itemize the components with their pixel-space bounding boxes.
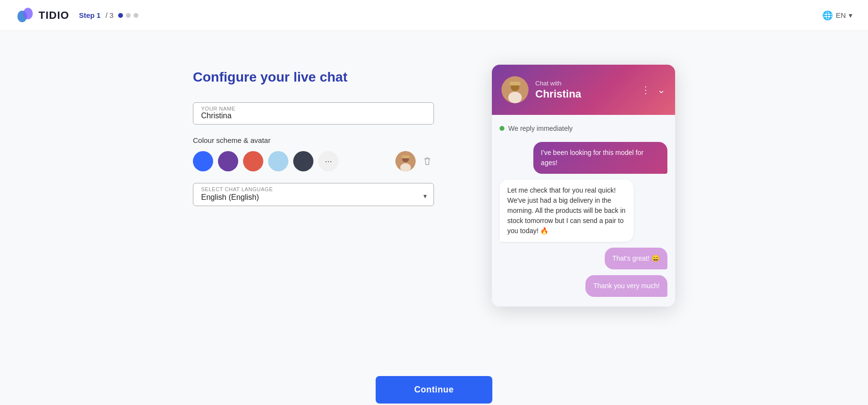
chat-agent-info: Chat with Christina	[535, 80, 581, 100]
color-swatch-dark[interactable]	[293, 151, 313, 171]
avatar-upload[interactable]	[395, 151, 416, 171]
header: TIDIO Step 1 / 3 🌐 EN ▾	[0, 0, 868, 31]
logo-text: TIDIO	[39, 9, 69, 22]
chat-with-label: Chat with	[535, 80, 581, 87]
logo: TIDIO	[15, 6, 69, 25]
language-select[interactable]: English (English) Spanish (Español) Fren…	[201, 193, 426, 201]
tidio-logo-icon	[15, 6, 35, 25]
color-swatch-purple[interactable]	[218, 151, 238, 171]
chat-preview: Chat with Christina ⋮ ⌄ We reply immedia…	[492, 65, 675, 307]
dot-2	[126, 13, 131, 18]
language-select-label: Select chat language	[201, 186, 273, 192]
step-dots	[118, 13, 138, 18]
step-label: Step 1	[79, 11, 101, 19]
colour-avatar-row: ···	[193, 151, 434, 171]
message-4-text: Thank you very much!	[593, 282, 660, 290]
more-options-icon[interactable]: ⋮	[641, 84, 651, 96]
dot-3	[134, 13, 138, 18]
message-2: Let me check that for you real quick! We…	[500, 180, 634, 242]
language-label: EN	[836, 11, 846, 19]
page-title: Configure your live chat	[193, 70, 434, 85]
main-content: Configure your live chat Your name Colou…	[0, 31, 868, 366]
step-indicator: Step 1 / 3	[79, 11, 139, 19]
chat-avatar-svg	[502, 76, 529, 103]
language-selector[interactable]: 🌐 EN ▾	[822, 10, 853, 21]
chat-body: We reply immediately I've been looking f…	[492, 115, 675, 307]
language-select-wrapper: Select chat language English (English) S…	[193, 183, 434, 206]
continue-button[interactable]: Continue	[376, 376, 492, 404]
message-1-text: I've been looking for this model for age…	[541, 149, 644, 167]
step-total: / 3	[106, 11, 114, 19]
message-2-text: Let me check that for you real quick! We…	[507, 186, 625, 235]
colour-section-label: Colour scheme & avatar	[193, 136, 434, 144]
message-4: Thank you very much!	[585, 275, 667, 297]
name-input[interactable]	[201, 112, 426, 120]
left-panel: Configure your live chat Your name Colou…	[193, 60, 434, 218]
globe-icon: 🌐	[822, 10, 833, 21]
message-3-text: That's great! 😄	[612, 254, 660, 262]
avatar-image	[395, 151, 416, 171]
color-swatch-blue[interactable]	[193, 151, 213, 171]
header-left: TIDIO Step 1 / 3	[15, 6, 138, 25]
reply-status: We reply immediately	[500, 125, 667, 132]
chevron-down-icon: ▾	[849, 11, 853, 20]
chat-preview-panel: Chat with Christina ⋮ ⌄ We reply immedia…	[492, 65, 675, 307]
svg-rect-12	[510, 82, 520, 85]
language-form-group: Select chat language English (English) S…	[193, 183, 434, 206]
color-swatch-coral[interactable]	[243, 151, 263, 171]
colour-section: Colour scheme & avatar ···	[193, 136, 434, 171]
message-1: I've been looking for this model for age…	[533, 142, 667, 174]
dot-1	[118, 13, 123, 18]
more-colors-button[interactable]: ···	[318, 151, 339, 171]
online-status-dot	[500, 126, 504, 131]
name-field-label: Your name	[201, 106, 235, 112]
trash-icon	[422, 156, 432, 166]
messages-list: I've been looking for this model for age…	[500, 142, 667, 297]
svg-point-10	[508, 92, 522, 103]
svg-point-1	[23, 8, 33, 19]
avatar-person-svg	[395, 151, 416, 171]
delete-avatar-button[interactable]	[420, 154, 434, 168]
chat-header-left: Chat with Christina	[502, 76, 581, 103]
reply-status-text: We reply immediately	[508, 125, 573, 132]
minimize-icon[interactable]: ⌄	[657, 84, 665, 96]
chat-agent-name: Christina	[535, 88, 581, 100]
footer: Continue	[0, 366, 868, 405]
chat-header: Chat with Christina ⋮ ⌄	[492, 65, 675, 115]
message-3: That's great! 😄	[605, 248, 667, 269]
chat-agent-avatar	[502, 76, 529, 103]
name-field-wrapper: Your name	[193, 102, 434, 125]
chat-header-actions: ⋮ ⌄	[641, 84, 665, 96]
svg-rect-7	[402, 155, 409, 158]
name-form-group: Your name	[193, 102, 434, 125]
color-swatch-lightblue[interactable]	[268, 151, 288, 171]
